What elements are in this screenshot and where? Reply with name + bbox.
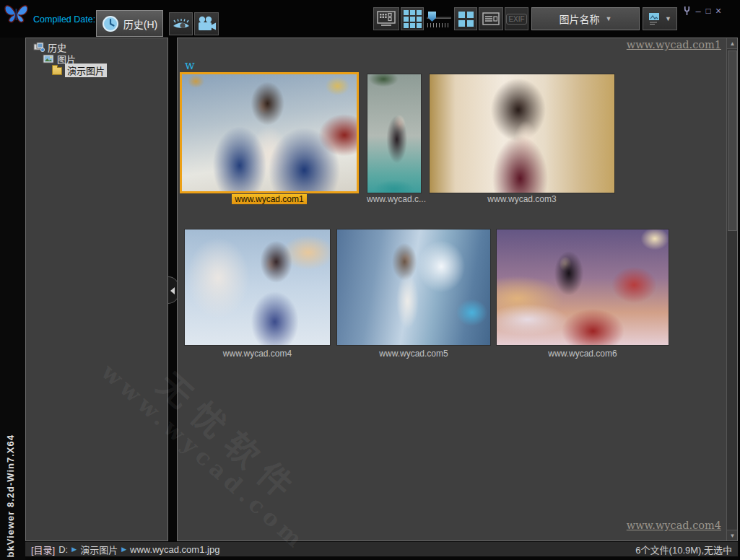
layout-view-button[interactable] bbox=[373, 7, 399, 30]
app-version-vertical-label: bkViewer 8.2d-Win7.X64 bbox=[5, 434, 16, 557]
minimize-button[interactable]: – bbox=[693, 5, 703, 17]
watermark-link-bottom: www.wycad.com4 bbox=[627, 520, 721, 531]
thumbnail-1[interactable] bbox=[180, 72, 359, 193]
statusbar-prefix: [目录] bbox=[31, 543, 55, 556]
thumbnail-5-label[interactable]: www.wycad.com5 bbox=[336, 349, 491, 359]
scroll-up-button[interactable]: ▲ bbox=[727, 38, 738, 49]
thumbnail-browser-panel: www.wycad.com1 w www.wycad.com1 www.wyca… bbox=[177, 38, 738, 541]
stray-character: w bbox=[185, 58, 195, 72]
breadcrumb-arrow-icon: ▶ bbox=[71, 546, 77, 553]
folder-icon bbox=[52, 67, 62, 75]
maximize-button[interactable]: □ bbox=[703, 5, 713, 17]
titlebar: Compiled Date: No 历史(H) bbox=[0, 0, 740, 38]
exif-label: EXIF bbox=[506, 14, 526, 25]
statusbar-drive: D: bbox=[58, 544, 68, 555]
detail-list-view-button[interactable] bbox=[479, 7, 503, 30]
grid-3x3-icon bbox=[404, 10, 422, 28]
breadcrumb-arrow-icon: ▶ bbox=[121, 546, 126, 553]
chevron-down-icon: ▼ bbox=[606, 15, 612, 22]
exif-button[interactable]: EXIF bbox=[505, 7, 528, 30]
history-button[interactable]: 历史(H) bbox=[96, 10, 163, 37]
statusbar-folder: 演示图片 bbox=[80, 543, 118, 556]
slider-ticks bbox=[427, 23, 450, 27]
eye-icon bbox=[172, 17, 191, 31]
thumbnail-5[interactable] bbox=[336, 229, 491, 346]
sort-dropdown-label: 图片名称 bbox=[560, 12, 600, 26]
clock-icon bbox=[102, 15, 119, 32]
close-button[interactable]: × bbox=[713, 5, 723, 17]
statusbar-file: www.wycad.com1.jpg bbox=[130, 544, 219, 555]
app-window: Compiled Date: No 历史(H) bbox=[0, 0, 740, 560]
statusbar-file-count: 6个文件(10.9M),无选中 bbox=[635, 543, 738, 556]
scrollbar-thumb[interactable] bbox=[728, 51, 737, 231]
tree-item-label-selected: 演示图片 bbox=[65, 64, 107, 77]
thumbnail-4-label[interactable]: www.wycad.com4 bbox=[184, 349, 331, 359]
thumbnail-style-icon bbox=[648, 12, 661, 25]
slideshow-camera-button[interactable] bbox=[194, 12, 219, 35]
left-frame-strip: bkViewer 8.2d-Win7.X64 bbox=[0, 38, 25, 560]
grid-view-button[interactable] bbox=[401, 7, 424, 30]
collapse-left-arrow-icon bbox=[170, 287, 175, 294]
history-button-label: 历史(H) bbox=[123, 17, 157, 31]
thumbnail-style-dropdown[interactable]: ▼ bbox=[643, 7, 677, 30]
thumbnail-2-label[interactable]: www.wycad.c... bbox=[367, 194, 422, 204]
large-grid-view-button[interactable] bbox=[454, 7, 477, 30]
thumbnail-1-label[interactable]: www.wycad.com1 bbox=[180, 194, 359, 204]
scroll-down-button[interactable]: ▼ bbox=[727, 530, 738, 541]
thumbnail-3[interactable] bbox=[429, 74, 615, 193]
tree-item-history[interactable]: 历史 bbox=[33, 41, 167, 53]
thumbnail-2[interactable] bbox=[367, 74, 422, 193]
slider-handle[interactable] bbox=[428, 12, 436, 22]
thumbnail-6[interactable] bbox=[496, 229, 669, 346]
layout-view-icon bbox=[377, 11, 396, 27]
thumbnail-4[interactable] bbox=[184, 229, 331, 346]
movie-camera-icon bbox=[196, 16, 217, 32]
watermark-link-top: www.wycad.com1 bbox=[627, 39, 721, 51]
statusbar-path: [目录] D: ▶ 演示图片 ▶ www.wycad.com1.jpg bbox=[25, 543, 219, 556]
grid-2x2-icon bbox=[458, 12, 474, 27]
chevron-down-icon: ▼ bbox=[665, 15, 671, 22]
folder-tree-panel: 历史 图片 演示图片 bbox=[25, 38, 168, 541]
app-logo-butterfly-icon bbox=[3, 3, 30, 23]
thumbnail-6-label[interactable]: www.wycad.com6 bbox=[496, 349, 669, 359]
history-photos-icon bbox=[33, 42, 45, 52]
wrench-icon bbox=[683, 6, 691, 16]
tree-item-demo-pictures[interactable]: 演示图片 bbox=[33, 64, 167, 76]
preview-eye-button[interactable] bbox=[169, 12, 193, 35]
detail-list-icon bbox=[482, 12, 500, 26]
settings-wrench-button[interactable] bbox=[682, 5, 692, 17]
thumbnail-size-slider[interactable] bbox=[425, 7, 453, 30]
vertical-scrollbar[interactable]: ▲ ▼ bbox=[726, 38, 737, 541]
thumbnail-3-label[interactable]: www.wycad.com3 bbox=[429, 194, 615, 204]
sort-by-name-dropdown[interactable]: 图片名称 ▼ bbox=[531, 7, 640, 30]
statusbar: [目录] D: ▶ 演示图片 ▶ www.wycad.com1.jpg 6个文件… bbox=[25, 542, 738, 556]
pictures-icon bbox=[43, 54, 54, 64]
